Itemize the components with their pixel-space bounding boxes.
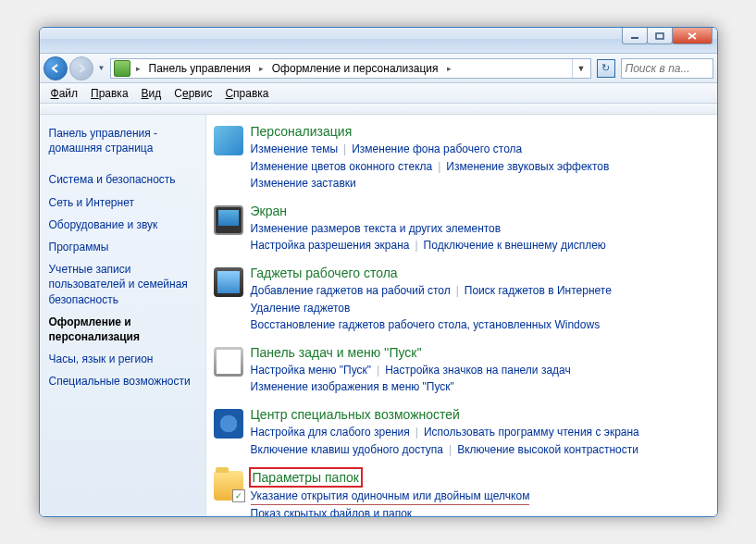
link[interactable]: Изменение заставки	[251, 177, 356, 190]
separator: |	[377, 364, 379, 377]
menu-help[interactable]: Справка	[219, 85, 274, 102]
close-button[interactable]	[672, 28, 713, 44]
link[interactable]: Включение клавиш удобного доступа	[251, 443, 444, 456]
folder-icon	[214, 471, 243, 501]
link[interactable]: Использовать программу чтения с экрана	[424, 426, 639, 439]
gadget-icon	[214, 267, 243, 297]
link[interactable]: Изменение темы	[251, 142, 339, 155]
link[interactable]: Удаление гаджетов	[251, 302, 351, 315]
breadcrumb-seg-1[interactable]: Оформление и персонализация	[268, 59, 442, 78]
address-bar[interactable]: ▸ Панель управления ▸ Оформление и персо…	[110, 58, 591, 79]
sidebar-item-7[interactable]: Специальные возможности	[49, 370, 196, 392]
search-input[interactable]	[622, 62, 713, 75]
category-3: Панель задач и меню ''Пуск''Настройка ме…	[206, 345, 710, 396]
separator: |	[456, 284, 459, 297]
screen-icon	[214, 205, 243, 235]
chevron-right-icon[interactable]: ▸	[133, 64, 143, 73]
separator: |	[438, 160, 440, 173]
separator: |	[415, 239, 417, 252]
svg-rect-1	[656, 33, 663, 39]
control-panel-icon	[114, 60, 130, 77]
menu-view[interactable]: Вид	[136, 85, 167, 102]
category-title-0[interactable]: Персонализация	[251, 124, 710, 139]
link[interactable]: Подключение к внешнему дисплею	[424, 239, 606, 252]
category-links-1: Изменение размеров текста и других элеме…	[251, 220, 710, 254]
breadcrumb: ▸ Панель управления ▸ Оформление и персо…	[133, 59, 572, 78]
category-title-5[interactable]: Параметры папок	[251, 469, 361, 486]
svg-rect-0	[631, 37, 638, 39]
separator: |	[415, 426, 418, 439]
sidebar-item-3[interactable]: Программы	[49, 236, 196, 258]
link[interactable]: Настройка меню "Пуск"	[251, 364, 372, 377]
separator: |	[343, 142, 346, 155]
link[interactable]: Включение высокой контрастности	[457, 443, 638, 456]
category-2: Гаджеты рабочего столаДобавление гаджето…	[206, 266, 710, 334]
search-box[interactable]	[621, 58, 713, 79]
back-button[interactable]	[43, 56, 68, 80]
link[interactable]: Указание открытия одиночным или двойным …	[251, 489, 530, 502]
sidebar-item-4[interactable]: Учетные записи пользователей и семейная …	[49, 258, 196, 311]
link[interactable]: Изменение фона рабочего стола	[352, 142, 522, 155]
history-dropdown[interactable]: ▼	[95, 57, 108, 80]
category-4: Центр специальных возможностейНастройка …	[206, 407, 710, 458]
sidebar-item-2[interactable]: Оборудование и звук	[49, 214, 196, 236]
category-5: Параметры папокУказание открытия одиночн…	[206, 469, 710, 516]
access-icon	[214, 409, 243, 439]
category-links-3: Настройка меню "Пуск"|Настройка значков …	[251, 362, 710, 396]
chevron-right-icon[interactable]: ▸	[444, 64, 454, 73]
category-links-0: Изменение темы|Изменение фона рабочего с…	[251, 141, 710, 192]
menu-tools[interactable]: Сервис	[168, 85, 217, 102]
link[interactable]: Настройка значков на панели задач	[385, 364, 571, 377]
menubar: Файл Правка Вид Сервис Справка	[40, 83, 717, 104]
link[interactable]: Настройка разрешения экрана	[251, 239, 410, 252]
maximize-button[interactable]	[647, 28, 673, 44]
category-links-2: Добавление гаджетов на рабочий стол|Поис…	[251, 282, 710, 334]
chevron-right-icon[interactable]: ▸	[256, 64, 266, 73]
content-area: ПерсонализацияИзменение темы|Изменение ф…	[206, 115, 717, 516]
titlebar	[40, 28, 717, 54]
sidebar: Панель управления - домашняя страница Си…	[40, 115, 206, 516]
breadcrumb-seg-0[interactable]: Панель управления	[145, 59, 254, 78]
menu-file[interactable]: Файл	[45, 85, 84, 102]
link[interactable]: Изменение размеров текста и других элеме…	[251, 222, 502, 235]
category-title-2[interactable]: Гаджеты рабочего стола	[251, 266, 710, 280]
menu-edit[interactable]: Правка	[85, 85, 134, 102]
category-0: ПерсонализацияИзменение темы|Изменение ф…	[206, 124, 710, 192]
category-1: ЭкранИзменение размеров текста и других …	[206, 204, 710, 254]
sidebar-item-6[interactable]: Часы, язык и регион	[49, 348, 196, 370]
sidebar-item-1[interactable]: Сеть и Интернет	[49, 192, 196, 214]
link[interactable]: Изменение изображения в меню "Пуск"	[251, 380, 454, 393]
sidebar-home-link[interactable]: Панель управления - домашняя страница	[49, 126, 196, 155]
category-title-1[interactable]: Экран	[251, 204, 710, 218]
control-panel-window: ▼ ▸ Панель управления ▸ Оформление и пер…	[39, 27, 718, 517]
category-title-4[interactable]: Центр специальных возможностей	[251, 407, 710, 422]
sidebar-item-0[interactable]: Система и безопасность	[49, 168, 196, 191]
address-dropdown[interactable]: ▼	[572, 59, 590, 78]
link[interactable]: Изменение звуковых эффектов	[446, 160, 609, 173]
category-links-5: Указание открытия одиночным или двойным …	[251, 488, 710, 516]
category-links-4: Настройка для слабого зрения|Использоват…	[251, 424, 710, 458]
forward-button[interactable]	[69, 56, 93, 80]
link[interactable]: Показ скрытых файлов и папок	[251, 507, 413, 516]
sidebar-item-5[interactable]: Оформление и персонализация	[49, 311, 196, 348]
link[interactable]: Изменение цветов оконного стекла	[251, 160, 433, 173]
link[interactable]: Восстановление гаджетов рабочего стола, …	[251, 318, 601, 331]
category-title-3[interactable]: Панель задач и меню ''Пуск''	[251, 345, 710, 360]
link[interactable]: Настройка для слабого зрения	[251, 426, 410, 439]
task-icon	[214, 347, 243, 377]
toolbar	[40, 104, 717, 115]
navbar: ▼ ▸ Панель управления ▸ Оформление и пер…	[40, 54, 717, 83]
pers-icon	[214, 126, 243, 155]
refresh-button[interactable]: ↻	[597, 59, 615, 78]
separator: |	[449, 443, 452, 456]
minimize-button[interactable]	[622, 28, 648, 44]
link[interactable]: Поиск гаджетов в Интернете	[465, 284, 612, 297]
link[interactable]: Добавление гаджетов на рабочий стол	[251, 284, 451, 297]
